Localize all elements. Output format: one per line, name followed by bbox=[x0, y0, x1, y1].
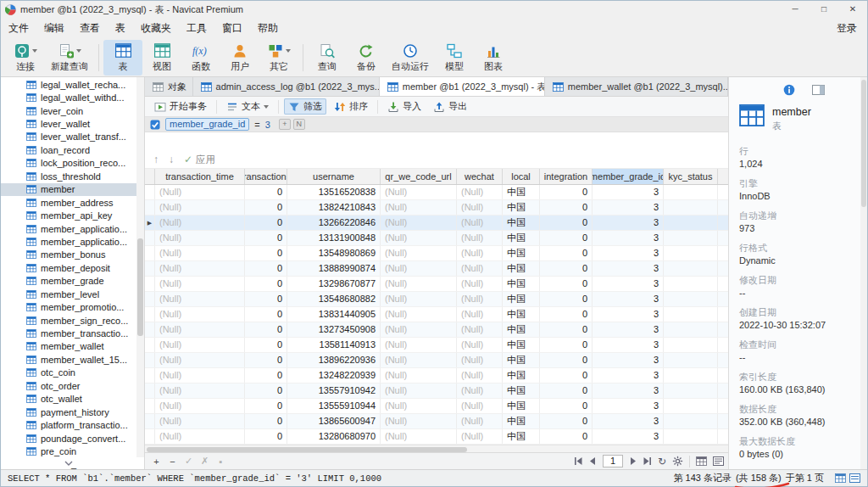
column-header-transactions[interactable]: transactions bbox=[245, 169, 287, 184]
menu-查看[interactable]: 查看 bbox=[72, 18, 108, 38]
cell-transactions[interactable]: 0 bbox=[245, 322, 287, 337]
cell-wechat[interactable]: (Null) bbox=[457, 429, 503, 444]
cell-transaction_time[interactable]: (Null) bbox=[155, 231, 245, 245]
toolbar-button-automation[interactable]: 自动运行 bbox=[386, 40, 435, 76]
cell-wechat[interactable]: (Null) bbox=[457, 185, 503, 199]
cell-transactions[interactable]: 0 bbox=[245, 338, 287, 352]
cell-local[interactable]: 中国 bbox=[503, 307, 540, 322]
status-form-view-icon[interactable] bbox=[849, 473, 860, 483]
cell-wechat[interactable]: (Null) bbox=[457, 399, 503, 413]
sidebar-item-member_address[interactable]: member_address bbox=[1, 196, 144, 209]
toolbar-button-chart[interactable]: 图表 bbox=[474, 40, 513, 76]
toolbar-button-new-query[interactable]: 新建查询 bbox=[45, 40, 94, 76]
cell-local[interactable]: 中国 bbox=[503, 216, 540, 230]
cell-integration[interactable]: 0 bbox=[540, 429, 593, 444]
column-header-member_grade_id[interactable]: member_grade_id bbox=[593, 169, 664, 184]
filter-editor-empty-area[interactable] bbox=[145, 132, 728, 151]
table-row[interactable]: (Null)013548980869(Null)(Null)中国03 bbox=[145, 246, 728, 261]
cell-wechat[interactable]: (Null) bbox=[457, 216, 503, 230]
cell-integration[interactable]: 0 bbox=[540, 353, 593, 367]
table-row[interactable]: (Null)013273450908(Null)(Null)中国03 bbox=[145, 322, 728, 338]
minimize-button[interactable]: ─ bbox=[781, 1, 810, 18]
cell-qr_we_code_url[interactable]: (Null) bbox=[381, 368, 457, 383]
cell-transaction_time[interactable]: (Null) bbox=[155, 414, 245, 428]
menu-编辑[interactable]: 编辑 bbox=[36, 18, 72, 38]
horizontal-scrollbar-thumb[interactable] bbox=[147, 447, 467, 452]
table-row[interactable]: (Null)013298670877(Null)(Null)中国03 bbox=[145, 277, 728, 292]
cell-integration[interactable]: 0 bbox=[540, 338, 593, 352]
add-condition-badge[interactable]: + bbox=[279, 119, 291, 130]
null-hint-badge[interactable]: N bbox=[293, 119, 305, 130]
cell-transactions[interactable]: 0 bbox=[245, 307, 287, 322]
table-toolbar-导入[interactable]: 导入 bbox=[383, 98, 426, 115]
cell-username[interactable]: 13557910942 bbox=[287, 383, 381, 398]
cell-integration[interactable]: 0 bbox=[540, 368, 593, 383]
cell-integration[interactable]: 0 bbox=[540, 399, 593, 413]
cell-kyc_status[interactable] bbox=[664, 231, 718, 245]
cell-transactions[interactable]: 0 bbox=[245, 246, 287, 260]
cell-username[interactable]: 13824210843 bbox=[287, 200, 381, 215]
sidebar-item-member_transactio[interactable]: member_transactio... bbox=[1, 327, 144, 339]
cell-kyc_status[interactable] bbox=[664, 246, 718, 260]
cell-kyc_status[interactable] bbox=[664, 399, 718, 413]
table-row[interactable]: (Null)013896220936(Null)(Null)中国03 bbox=[145, 353, 728, 368]
cell-transactions[interactable]: 0 bbox=[245, 353, 287, 367]
cell-kyc_status[interactable] bbox=[664, 307, 718, 322]
toolbar-button-table[interactable]: 表 bbox=[103, 40, 142, 76]
cell-local[interactable]: 中国 bbox=[503, 200, 540, 215]
cell-member_grade_id[interactable]: 3 bbox=[593, 383, 664, 398]
cell-transactions[interactable]: 0 bbox=[245, 200, 287, 215]
menu-工具[interactable]: 工具 bbox=[179, 18, 214, 38]
cell-username[interactable]: 13865600947 bbox=[287, 414, 381, 428]
cell-qr_we_code_url[interactable]: (Null) bbox=[381, 216, 457, 230]
cell-kyc_status[interactable] bbox=[664, 414, 718, 428]
cell-wechat[interactable]: (Null) bbox=[457, 338, 503, 352]
cell-member_grade_id[interactable]: 3 bbox=[593, 200, 664, 215]
cell-integration[interactable]: 0 bbox=[540, 307, 593, 322]
filter-condition-row[interactable]: member_grade_id = 3 +N bbox=[145, 117, 728, 132]
table-toolbar-开始事务[interactable]: 开始事务 bbox=[150, 98, 211, 115]
cell-wechat[interactable]: (Null) bbox=[457, 277, 503, 291]
cell-local[interactable]: 中国 bbox=[503, 429, 540, 444]
sidebar-item-member_applicatio[interactable]: member_applicatio... bbox=[1, 235, 144, 248]
cell-kyc_status[interactable] bbox=[664, 185, 718, 199]
table-row[interactable]: (Null)013865600947(Null)(Null)中国03 bbox=[145, 414, 728, 429]
cell-username[interactable]: 13555910944 bbox=[287, 399, 381, 413]
cell-username[interactable]: 13581140913 bbox=[287, 338, 381, 352]
cell-member_grade_id[interactable]: 3 bbox=[593, 353, 664, 367]
sidebar-item-member_wallet_15[interactable]: member_wallet_15... bbox=[1, 353, 144, 366]
cell-qr_we_code_url[interactable]: (Null) bbox=[381, 353, 457, 367]
cell-kyc_status[interactable] bbox=[664, 353, 718, 367]
cell-kyc_status[interactable] bbox=[664, 216, 718, 230]
next-record-icon[interactable] bbox=[629, 457, 637, 465]
sidebar-item-member_api_key[interactable]: member_api_key bbox=[1, 209, 144, 221]
filter-field[interactable]: member_grade_id bbox=[165, 118, 249, 131]
delete-record-icon[interactable]: − bbox=[165, 456, 180, 467]
tab-member-b1-2022_3_mysql-表[interactable]: member @b1 (2022_3_mysql) - 表 bbox=[380, 77, 545, 96]
tab-对象[interactable]: 对象 bbox=[145, 77, 193, 96]
sidebar-scrollbar[interactable] bbox=[136, 77, 144, 457]
sidebar-item-otc_coin[interactable]: otc_coin bbox=[1, 367, 144, 379]
column-header-username[interactable]: username bbox=[287, 169, 381, 184]
cell-wechat[interactable]: (Null) bbox=[457, 322, 503, 337]
cell-integration[interactable]: 0 bbox=[540, 246, 593, 260]
sidebar-item-member_deposit[interactable]: member_deposit bbox=[1, 261, 144, 274]
cell-wechat[interactable]: (Null) bbox=[457, 231, 503, 245]
cell-integration[interactable]: 0 bbox=[540, 322, 593, 337]
cell-transaction_time[interactable]: (Null) bbox=[155, 383, 245, 398]
toolbar-button-backup[interactable]: 备份 bbox=[347, 40, 386, 76]
menu-窗口[interactable]: 窗口 bbox=[214, 18, 250, 38]
table-toolbar-导出[interactable]: 导出 bbox=[429, 98, 471, 115]
cell-kyc_status[interactable] bbox=[664, 200, 718, 215]
sidebar-item-loss_threshold[interactable]: loss_threshold bbox=[1, 170, 144, 182]
cell-qr_we_code_url[interactable]: (Null) bbox=[381, 322, 457, 337]
cell-wechat[interactable]: (Null) bbox=[457, 200, 503, 215]
cell-member_grade_id[interactable]: 3 bbox=[593, 338, 664, 352]
cell-qr_we_code_url[interactable]: (Null) bbox=[381, 383, 457, 398]
info-circle-icon[interactable] bbox=[783, 84, 795, 96]
prev-record-icon[interactable] bbox=[589, 457, 597, 465]
cell-transactions[interactable]: 0 bbox=[245, 277, 287, 291]
cell-transaction_time[interactable]: (Null) bbox=[155, 368, 245, 383]
move-condition-down-icon[interactable]: ↓ bbox=[169, 154, 174, 165]
sidebar-item-loan_record[interactable]: loan_record bbox=[1, 143, 144, 156]
